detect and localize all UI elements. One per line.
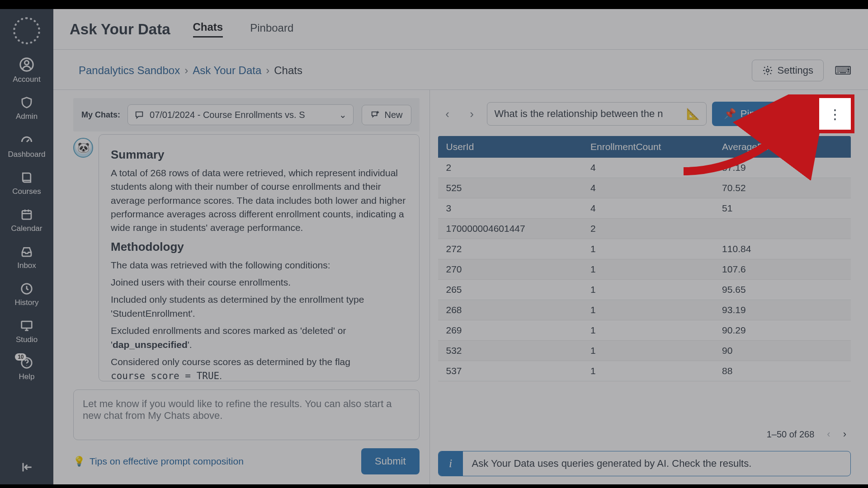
question-text: What is the relationship between the n	[495, 108, 663, 119]
pager: 1–50 of 268 ‹ ›	[438, 423, 851, 446]
table-cell: 70.52	[714, 178, 851, 198]
assistant-avatar-icon: 🐼	[73, 138, 93, 158]
table-cell: 2	[582, 219, 714, 239]
table-row[interactable]: 537188	[438, 361, 851, 381]
lightbulb-icon: 💡	[73, 456, 85, 467]
table-cell: 107.6	[714, 259, 851, 280]
collapse-nav-button[interactable]	[19, 460, 34, 474]
nav-dashboard[interactable]: Dashboard	[8, 133, 45, 159]
table-cell: 51	[714, 198, 851, 219]
column-header[interactable]: UserId	[438, 136, 583, 158]
table-cell: 1	[582, 300, 714, 320]
table-cell: 269	[438, 320, 583, 341]
meth-line: Included only students as determined by …	[111, 293, 407, 320]
results-table: UserIdEnrollmentCountAveragePerforma 248…	[438, 136, 851, 423]
chevron-down-icon: ⌄	[339, 109, 347, 120]
chat-pane: My Chats: 07/01/2024 - Course Enrollment…	[53, 90, 430, 484]
next-result-button[interactable]: ›	[462, 103, 481, 125]
nav-help[interactable]: 10 Help	[19, 356, 35, 381]
app-logo-icon	[13, 17, 40, 44]
ruler-icon: 📐	[686, 108, 700, 120]
table-row[interactable]: 2487.19	[438, 158, 851, 178]
user-circle-icon	[19, 57, 34, 72]
pin-dropdown-button[interactable]: ⌄	[780, 103, 804, 125]
main-area: Ask Your Data Chats Pinboard Pandalytics…	[53, 9, 868, 484]
pin-it-button[interactable]: 📌 Pin It	[712, 102, 775, 126]
table-cell: 1	[582, 280, 714, 300]
assistant-response: Summary A total of 268 rows of data were…	[99, 134, 420, 381]
column-header[interactable]: AveragePerforma	[714, 136, 851, 158]
nav-label: Studio	[16, 335, 38, 344]
chevron-right-icon: ›	[184, 64, 188, 77]
pager-range: 1–50 of 268	[767, 429, 815, 440]
table-row[interactable]: 3451	[438, 198, 851, 219]
kebab-icon: ⋮	[828, 106, 842, 122]
collapse-left-icon	[19, 460, 34, 474]
chat-selector[interactable]: 07/01/2024 - Course Enrollments vs. S ⌄	[127, 104, 353, 125]
pager-next-button[interactable]: ›	[843, 428, 846, 440]
table-row[interactable]: 2721110.84	[438, 239, 851, 259]
chat-selected: 07/01/2024 - Course Enrollments vs. S	[150, 110, 333, 120]
ai-disclaimer-banner: i Ask Your Data uses queries generated b…	[438, 451, 851, 476]
nav-studio[interactable]: Studio	[16, 319, 38, 344]
monitor-icon	[20, 319, 33, 333]
breadcrumb: Pandalytics Sandbox › Ask Your Data › Ch…	[79, 64, 302, 77]
nav-history[interactable]: History	[15, 282, 39, 307]
table-cell: 90	[714, 341, 851, 361]
column-header[interactable]: EnrollmentCount	[582, 136, 714, 158]
table-cell: 3	[438, 198, 583, 219]
table-row[interactable]: 2701107.6	[438, 259, 851, 280]
crumb-mid[interactable]: Ask Your Data	[193, 64, 261, 77]
table-cell: 1	[582, 320, 714, 341]
chat-bubble-icon	[134, 110, 144, 120]
svg-point-7	[766, 69, 769, 72]
clock-icon	[20, 282, 33, 296]
nav-inbox[interactable]: Inbox	[17, 245, 36, 270]
chat-input[interactable]: Let me know if you would like to refine …	[73, 389, 420, 440]
submit-button[interactable]: Submit	[361, 448, 419, 474]
table-row[interactable]: 265195.65	[438, 280, 851, 300]
crumb-root[interactable]: Pandalytics Sandbox	[79, 64, 180, 77]
table-cell: 2	[438, 158, 583, 178]
table-row[interactable]: 269190.29	[438, 320, 851, 341]
table-cell: 268	[438, 300, 583, 320]
shield-icon	[20, 96, 33, 109]
table-row[interactable]: 268193.19	[438, 300, 851, 320]
more-options-button[interactable]: ⋮	[819, 98, 851, 130]
table-cell: 1	[582, 361, 714, 381]
nav-admin[interactable]: Admin	[16, 96, 38, 121]
new-chat-button[interactable]: New	[362, 105, 411, 125]
prev-result-button[interactable]: ‹	[438, 103, 457, 125]
table-cell: 95.65	[714, 280, 851, 300]
pager-prev-button[interactable]: ‹	[827, 428, 830, 440]
table-row[interactable]: 1700000046014472	[438, 219, 851, 239]
svg-rect-2	[22, 211, 31, 219]
tab-pinboard[interactable]: Pinboard	[250, 22, 293, 37]
settings-button[interactable]: Settings	[752, 60, 824, 81]
nav-courses[interactable]: Courses	[12, 171, 41, 196]
table-cell: 532	[438, 341, 583, 361]
chevron-right-icon: ›	[266, 64, 269, 77]
svg-rect-4	[22, 321, 32, 328]
table-row[interactable]: 525470.52	[438, 178, 851, 198]
tips-link[interactable]: 💡 Tips on effective prompt composition	[73, 456, 244, 467]
tips-label: Tips on effective prompt composition	[90, 456, 244, 467]
question-display[interactable]: What is the relationship between the n 📐	[487, 102, 707, 126]
nav-label: Inbox	[17, 261, 36, 270]
gear-icon	[762, 65, 773, 76]
table-cell: 110.84	[714, 239, 851, 259]
table-row[interactable]: 532190	[438, 341, 851, 361]
table-cell: 270	[438, 259, 583, 280]
summary-heading: Summary	[111, 146, 407, 164]
nav-label: Admin	[16, 112, 38, 121]
my-chats-label: My Chats:	[81, 110, 120, 120]
table-cell: 537	[438, 361, 583, 381]
svg-point-1	[24, 61, 28, 65]
table-cell: 4	[582, 198, 714, 219]
keyboard-icon[interactable]: ⌨	[835, 64, 852, 78]
nav-calendar[interactable]: Calendar	[11, 208, 42, 233]
methodology-heading: Methodology	[111, 239, 407, 256]
nav-account[interactable]: Account	[13, 57, 40, 84]
tab-chats[interactable]: Chats	[193, 21, 223, 38]
pin-label: Pin It	[741, 108, 763, 120]
